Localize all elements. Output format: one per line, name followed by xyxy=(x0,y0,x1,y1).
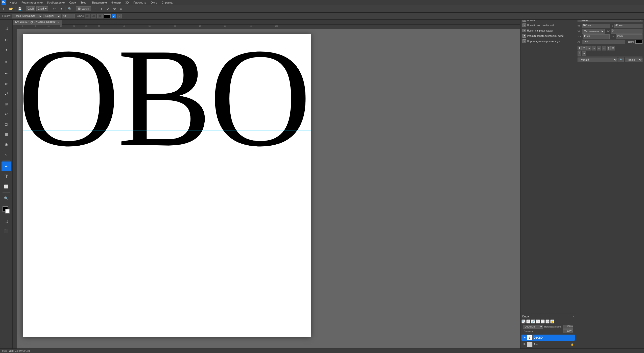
leading-input[interactable]: 48 мм xyxy=(614,24,642,28)
menu-3d[interactable]: 3D xyxy=(123,1,131,4)
style-faux-italic[interactable]: T xyxy=(582,46,586,50)
align-left-btn[interactable]: ⬛ xyxy=(85,14,90,18)
wand-tool[interactable]: ✦ xyxy=(2,45,11,55)
menu-filter[interactable]: Фильтр xyxy=(109,1,123,4)
blending-mode-select[interactable]: Обычные xyxy=(523,325,543,329)
3d-btn2[interactable]: ↕ xyxy=(99,6,104,12)
canvas-document[interactable]: ОВО xyxy=(23,34,311,337)
zoom-btn[interactable]: 🔍 xyxy=(67,6,73,12)
3d-btn4[interactable]: ⟲ xyxy=(112,6,117,12)
history-item-3[interactable]: T Новая направляющая xyxy=(521,28,575,33)
menu-edit[interactable]: Редактирование xyxy=(19,1,45,4)
screen-mode-tool[interactable]: ⬛ xyxy=(2,226,11,236)
layer-visibility-btn[interactable]: 👁 xyxy=(526,319,530,323)
fill-row: Заливка: 100% xyxy=(523,329,573,333)
search-layers-btn[interactable]: 🔍 xyxy=(521,319,526,323)
history-item-5[interactable]: T Перетащить направляющую xyxy=(521,39,575,44)
font-size-input[interactable]: 100 мм xyxy=(582,24,610,28)
menu-layers[interactable]: Слои xyxy=(67,1,78,4)
layer-dropdown[interactable]: Слой ▼ xyxy=(36,6,48,11)
ligature-st[interactable]: ст xyxy=(582,51,586,56)
dodge-tool[interactable]: ○ xyxy=(2,150,11,159)
layer-eye-1[interactable]: 👁 xyxy=(522,343,526,346)
align-center-btn[interactable]: ⬛ xyxy=(91,14,96,18)
shape-tool[interactable]: ⬜ xyxy=(2,182,11,191)
ligature-fi[interactable]: fi xyxy=(578,51,581,56)
confirm-btn[interactable]: ✓ xyxy=(112,14,116,18)
eyedropper-tool[interactable]: ✒ xyxy=(2,69,11,78)
stamp-tool[interactable]: ⊞ xyxy=(2,99,11,109)
font-family-select[interactable]: Times New Roman xyxy=(12,14,42,18)
kerning-select[interactable]: Метрическое xyxy=(582,29,605,34)
style-all-caps[interactable]: TT xyxy=(586,46,591,50)
menu-text[interactable]: Текст xyxy=(79,1,90,4)
3d-btn3[interactable]: ⟳ xyxy=(105,6,111,12)
style-underline[interactable]: T xyxy=(607,46,611,50)
background-color[interactable] xyxy=(5,209,10,213)
open-btn[interactable]: 📂 xyxy=(8,6,14,12)
gradient-tool[interactable]: ▦ xyxy=(2,129,11,139)
style-faux-bold[interactable]: T xyxy=(578,46,582,50)
save-btn[interactable]: 💾 xyxy=(17,6,22,12)
status-bar: 55% Доп: 23,9М/29,3М xyxy=(0,348,644,353)
style-superscript[interactable]: T+ xyxy=(597,46,601,50)
color-swatches xyxy=(3,206,10,214)
menu-file[interactable]: Файл xyxy=(8,1,19,4)
pen-tool[interactable]: ✒ xyxy=(2,161,11,171)
scale-v-input[interactable]: 145% xyxy=(616,34,642,39)
crop-tool[interactable]: ⌗ xyxy=(2,57,11,67)
style-strikethrough[interactable]: T xyxy=(611,46,615,50)
brush-tool[interactable]: 🖌 xyxy=(2,89,11,99)
menu-window[interactable]: Окно xyxy=(149,1,159,4)
layer-row-0[interactable]: 👁 T ОБОВО xyxy=(521,335,575,341)
language-select[interactable]: Русский xyxy=(578,58,617,62)
menu-select[interactable]: Выделение xyxy=(90,1,109,4)
layer-mask-btn[interactable]: ⬚ xyxy=(541,319,545,323)
layer-eye-0[interactable]: 👁 xyxy=(522,336,526,339)
layer-link-btn[interactable]: 🔗 xyxy=(531,319,535,323)
zoom-tool[interactable]: 🔍 xyxy=(2,194,11,203)
style-small-caps[interactable]: Tt xyxy=(592,46,596,50)
blur-tool[interactable]: ◉ xyxy=(2,140,11,149)
3d-btn5[interactable]: ⊕ xyxy=(118,6,124,12)
text-tool[interactable]: T xyxy=(2,172,11,181)
layer-lock-btn[interactable]: 🔒 xyxy=(550,319,554,323)
doc-tab-close[interactable]: ✕ xyxy=(57,21,59,23)
kerning-icon: VA xyxy=(578,30,580,33)
char-color-swatch[interactable] xyxy=(635,40,642,44)
aa-select[interactable]: Резкое xyxy=(625,58,642,62)
history-item-2[interactable]: T Новый текстовый слой xyxy=(521,23,575,28)
heal-tool[interactable]: ⊕ xyxy=(2,79,11,89)
lang-search-btn[interactable]: 🔍 xyxy=(618,58,624,62)
doc-tab[interactable]: Без имени-1 @ 55% (Фон, RGB/8) * ✕ xyxy=(13,20,62,25)
main-toolbar: ◻ 📂 💾 Слой Слой ▼ ↩ ↪ 🔍 3D режим ↔ ↕ ⟳ ⟲… xyxy=(0,5,644,13)
new-btn[interactable]: ◻ xyxy=(2,6,7,12)
lasso-tool[interactable]: ⊙ xyxy=(2,35,11,45)
history-brush-tool[interactable]: ↩ xyxy=(2,109,11,119)
text-color-swatch[interactable] xyxy=(104,14,111,18)
history-item-4[interactable]: T Редактировать текстовый слой xyxy=(521,33,575,38)
doc-tab-label: Без имени-1 @ 55% (Фон, RGB/8) * xyxy=(15,21,56,23)
align-right-btn[interactable]: ⬛ xyxy=(97,14,103,18)
font-style-select[interactable]: Regular xyxy=(43,14,61,18)
layer-row-1[interactable]: 👁 Фон 🔒 xyxy=(521,341,575,347)
redo-btn[interactable]: ↪ xyxy=(58,6,64,12)
eraser-tool[interactable]: ◻ xyxy=(2,119,11,129)
tracking-input[interactable]: 0 xyxy=(611,29,642,34)
sep1 xyxy=(15,7,15,11)
baseline-input[interactable]: 0 мм xyxy=(582,40,625,44)
cancel-text-btn[interactable]: ✕ xyxy=(117,14,122,18)
menu-image[interactable]: Изображение xyxy=(45,1,67,4)
menu-help[interactable]: Справка xyxy=(160,1,175,4)
layer-adj-btn[interactable]: ◑ xyxy=(545,319,550,323)
quick-mask-tool[interactable]: ⬚ xyxy=(2,216,11,226)
zoom-display: 55% xyxy=(2,349,7,352)
style-subscript[interactable]: T- xyxy=(602,46,606,50)
undo-btn[interactable]: ↩ xyxy=(52,6,57,12)
layer-fx-btn[interactable]: fx xyxy=(536,319,540,323)
menu-view[interactable]: Просмотр xyxy=(131,1,148,4)
3d-btn1[interactable]: ↔ xyxy=(92,6,98,12)
select-tool[interactable]: ⬚ xyxy=(2,23,11,33)
layers-expand-icon[interactable]: ≡ xyxy=(573,315,574,318)
scale-h-input[interactable]: 145% xyxy=(583,34,610,39)
